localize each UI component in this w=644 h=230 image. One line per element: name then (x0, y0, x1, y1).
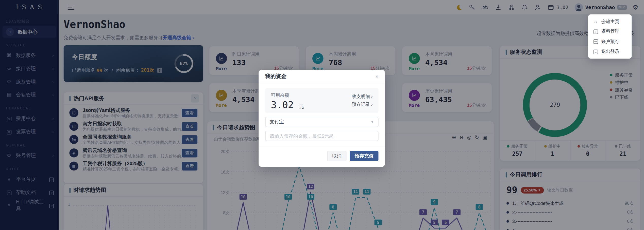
balance-links: 收支明细 › 预存记录 › (352, 93, 373, 109)
amount-input[interactable] (265, 131, 378, 141)
income-expense-link[interactable]: 收支明细 › (352, 93, 373, 101)
logout-icon: → (593, 49, 598, 54)
modal-footer: 取消 预存充值 (259, 146, 385, 167)
menu-item-deposit[interactable]: ▭ 账户预存 (588, 36, 632, 47)
menu-item-label: 资料管理 (601, 28, 619, 34)
app-window: I·S·A·S ISAS控制台 ◔ 数据中心 SERVICE ⌘ 数据服务 › … (0, 0, 644, 230)
menu-item-label: 会籍主页 (601, 18, 619, 24)
close-icon[interactable]: × (375, 74, 378, 79)
wallet-icon: ▭ (593, 39, 598, 44)
modal-title: 我的资金 (265, 72, 286, 80)
payment-method-select[interactable]: 支付宝 ▼ (265, 117, 378, 127)
modal-header: 我的资金 × (259, 70, 385, 83)
menu-item-label: 账户预存 (601, 39, 619, 45)
home-icon: ⌂ (593, 19, 598, 24)
id-card-icon: ≡ (593, 29, 598, 34)
app-root: I·S·A·S ISAS控制台 ◔ 数据中心 SERVICE ⌘ 数据服务 › … (0, 0, 644, 230)
modal-body: 可用余额 3.02 元 收支明细 › 预存记录 › 支付宝 ▼ (259, 83, 385, 141)
payment-method-value: 支付宝 (270, 119, 284, 125)
menu-item-label: 退出登录 (601, 48, 619, 54)
menu-item-profile[interactable]: ≡ 资料管理 (588, 26, 632, 36)
menu-item-logout[interactable]: → 退出登录 (588, 47, 632, 57)
chevron-down-icon: ▼ (371, 120, 374, 124)
deposit-record-link[interactable]: 预存记录 › (352, 101, 373, 109)
menu-item-member-home[interactable]: ⌂ 会籍主页 (588, 16, 632, 27)
my-funds-modal: 我的资金 × 可用余额 3.02 元 收支明细 › 预存记录 › 支付宝 ▼ 取… (259, 70, 385, 167)
balance-box: 可用余额 3.02 元 收支明细 › 预存记录 › (265, 88, 378, 113)
user-dropdown-menu: ⌂ 会籍主页 ≡ 资料管理 ▭ 账户预存 → 退出登录 (588, 14, 632, 59)
deposit-confirm-button[interactable]: 预存充值 (350, 151, 378, 161)
cancel-button[interactable]: 取消 (327, 151, 346, 161)
